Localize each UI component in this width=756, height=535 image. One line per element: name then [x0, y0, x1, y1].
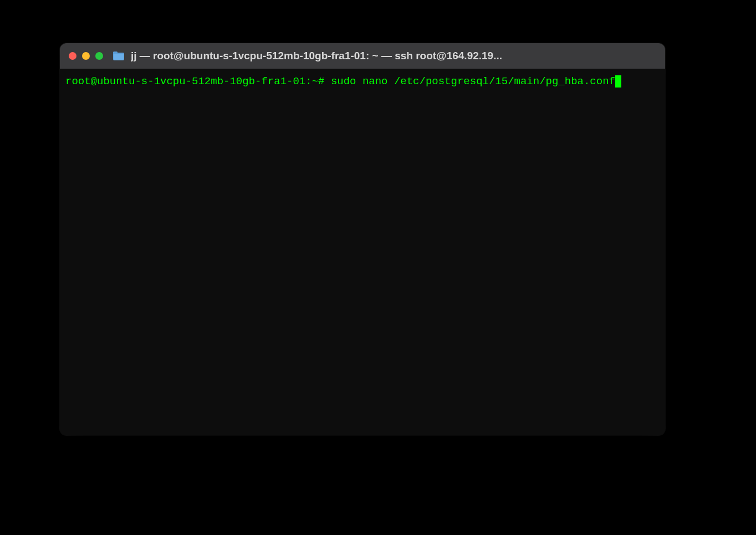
title-bar: jj — root@ubuntu-s-1vcpu-512mb-10gb-fra1…	[60, 43, 665, 69]
minimize-button[interactable]	[82, 52, 90, 60]
traffic-lights	[69, 52, 103, 60]
cursor	[615, 75, 621, 88]
terminal-window: jj — root@ubuntu-s-1vcpu-512mb-10gb-fra1…	[60, 43, 665, 435]
window-title: jj — root@ubuntu-s-1vcpu-512mb-10gb-fra1…	[131, 50, 656, 62]
shell-prompt: root@ubuntu-s-1vcpu-512mb-10gb-fra1-01:~…	[65, 75, 324, 88]
svg-rect-2	[114, 54, 124, 60]
folder-icon	[113, 52, 124, 60]
svg-rect-1	[113, 52, 118, 54]
maximize-button[interactable]	[95, 52, 103, 60]
close-button[interactable]	[69, 52, 76, 60]
terminal-body[interactable]: root@ubuntu-s-1vcpu-512mb-10gb-fra1-01:~…	[60, 69, 665, 435]
terminal-line: root@ubuntu-s-1vcpu-512mb-10gb-fra1-01:~…	[65, 74, 660, 89]
shell-command: sudo nano /etc/postgresql/15/main/pg_hba…	[331, 75, 615, 88]
